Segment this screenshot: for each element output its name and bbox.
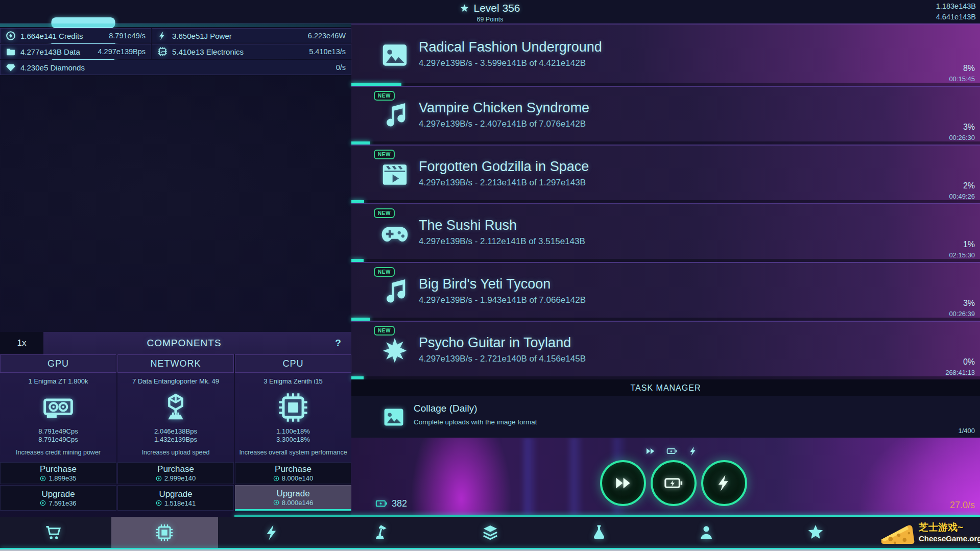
upload-title: Psycho Guitar in Toyland <box>419 335 586 351</box>
cpu-purchase-button[interactable]: Purchase 8.000e140 <box>235 462 351 484</box>
gpu-stat1: 8.791e49Cps <box>38 427 78 435</box>
network-purchase-cost: 2.999e140 <box>164 474 196 482</box>
nav-profile-tab[interactable] <box>697 523 715 542</box>
diamonds-amount: 4.230e5 Diamonds <box>20 63 85 72</box>
upload-row: NEW The Sushi Rush 4.297e139B/s - 2.112e… <box>351 203 980 262</box>
bottom-nav <box>0 517 980 548</box>
battery-boost-button[interactable] <box>651 460 697 506</box>
cpu-column-header: CPU <box>235 354 351 373</box>
nav-servers-tab[interactable] <box>481 523 499 542</box>
task-manager-header: TASK MANAGER <box>351 379 980 396</box>
upload-row: NEW Forgotten Godzilla in Space 4.297e13… <box>351 145 980 203</box>
power-rate: 6.223e46W <box>308 32 346 40</box>
upload-eta: 02:15:30 <box>949 251 975 259</box>
person-icon <box>697 523 715 542</box>
power-boost-button[interactable] <box>701 460 747 506</box>
nav-research-tab[interactable] <box>590 523 608 542</box>
components-help-button[interactable]: ? <box>325 332 351 354</box>
cpu-purchase-cost: 8.000e140 <box>282 474 313 482</box>
data-folder-icon <box>6 46 16 57</box>
bolt-icon <box>714 473 734 493</box>
credits-amount: 1.664e141 Credits <box>20 32 83 40</box>
components-body: 1 Enigma ZT 1.800k 8.791e49Cps8.791e49Cp… <box>0 373 351 462</box>
network-upgrade-cost: 1.518e141 <box>164 499 196 507</box>
battery-charge-icon <box>375 497 388 510</box>
credits-rate: 8.791e49/s <box>109 32 146 40</box>
new-badge: NEW <box>374 150 395 159</box>
coin-icon <box>156 500 162 506</box>
nav-components-tab[interactable] <box>155 523 174 542</box>
cpu-panel: 3 Enigma Zenith i15 1.100e18%3.300e18% I… <box>235 373 351 462</box>
network-desc: Increases upload speed <box>142 449 210 456</box>
gpu-column-header: GPU <box>0 354 116 373</box>
upload-percent: 2% <box>963 181 975 190</box>
coin-icon <box>273 499 279 506</box>
gpu-desc: Increases credit mining power <box>16 449 101 456</box>
coin-icon <box>40 475 46 482</box>
music-upload-icon <box>380 101 410 131</box>
nav-achievements-tab[interactable] <box>806 523 825 542</box>
network-purchase-button[interactable]: Purchase 2.999e140 <box>117 462 234 484</box>
upload-stats: 4.297e139B/s - 2.112e141B of 3.515e143B <box>419 236 585 247</box>
income-rate: 27.0/s <box>950 500 975 511</box>
battery-count: 382 <box>392 498 407 509</box>
fast-forward-boost-button[interactable] <box>600 460 646 506</box>
resource-diamonds: 4.230e5 Diamonds 0/s <box>0 60 351 75</box>
buy-multiplier-button[interactable]: 1x <box>0 332 43 354</box>
cheese-icon <box>880 521 917 547</box>
gpu-purchase-cost: 1.899e35 <box>49 474 76 482</box>
layers-icon <box>481 523 499 542</box>
new-badge: NEW <box>374 326 395 336</box>
electronics-rate: 5.410e13/s <box>309 47 346 56</box>
nav-power-tab[interactable] <box>263 523 281 542</box>
upload-title: Forgotten Godzilla in Space <box>419 159 589 175</box>
components-title: COMPONENTS <box>43 332 325 354</box>
storage-used: 1.183e143B <box>936 2 976 12</box>
cancel-upload-button[interactable] <box>962 210 973 222</box>
battery-charge-icon <box>664 473 683 493</box>
network-upgrade-button[interactable]: Upgrade 1.518e141 <box>117 485 234 511</box>
game-screen: Level 356 69 Points 1.183e143B 4.641e143… <box>0 0 980 551</box>
gpu-upgrade-button[interactable]: Upgrade 7.591e36 <box>0 485 116 511</box>
cheesegame-watermark[interactable]: 芝士游戏~ CheeseGame.org <box>876 518 980 548</box>
upload-stats: 4.297e139B/s - 2.407e141B of 7.076e142B <box>419 119 589 129</box>
upload-percent: 3% <box>963 123 975 132</box>
cpu-owned: 3 Enigma Zenith i15 <box>264 377 323 385</box>
cancel-upload-button[interactable] <box>962 152 973 163</box>
upload-row: Radical Fashion Underground 4.297e139B/s… <box>351 23 980 86</box>
upgrade-row: Upgrade 7.591e36 Upgrade 1.518e141 Upgra… <box>0 485 351 511</box>
gpu-icon <box>42 392 74 423</box>
upload-eta: 268:41:13 <box>945 369 975 376</box>
upload-stats: 4.297e139B/s - 2.721e140B of 4.156e145B <box>419 354 586 364</box>
resources-panel: 1.664e141 Credits 8.791e49/s 3.650e51J P… <box>0 28 351 76</box>
network-owned: 7 Data Entangloporter Mk. 49 <box>132 377 219 385</box>
network-stat2: 1.432e139Bps <box>154 436 197 443</box>
cancel-upload-button[interactable] <box>962 328 973 339</box>
uploads-list: Radical Fashion Underground 4.297e139B/s… <box>351 23 980 379</box>
diamond-icon <box>6 62 16 73</box>
level-display: Level 356 69 Points <box>0 2 980 23</box>
network-upgrade-label: Upgrade <box>159 489 192 499</box>
cancel-upload-button[interactable] <box>962 31 973 42</box>
network-column-header: NETWORK <box>117 354 234 373</box>
upload-row: NEW Vampire Chicken Syndrome 4.297e139B/… <box>351 86 980 145</box>
cpu-desc: Increases overall system performance <box>239 449 347 456</box>
watermark-cn-text: 芝士游戏~ <box>919 521 963 534</box>
bolt-icon <box>263 523 281 542</box>
cancel-upload-button[interactable] <box>962 269 973 280</box>
cpu-icon <box>277 392 309 423</box>
upload-title: Radical Fashion Underground <box>419 39 602 55</box>
cancel-upload-button[interactable] <box>962 93 973 104</box>
gpu-stat2: 8.791e49Cps <box>38 436 78 443</box>
nav-equipment-tab[interactable] <box>371 523 389 542</box>
upload-percent: 8% <box>963 64 975 73</box>
nav-shop-tab[interactable] <box>44 523 63 542</box>
gpu-upgrade-cost: 7.591e36 <box>49 499 76 507</box>
task-progress: 1/400 <box>958 427 975 435</box>
cpu-upgrade-button[interactable]: Upgrade 8.000e146 <box>235 485 351 511</box>
video-upload-icon <box>380 160 410 189</box>
gpu-purchase-button[interactable]: Purchase 1.899e35 <box>0 462 116 484</box>
upload-title: Vampire Chicken Syndrome <box>419 100 589 116</box>
cpu-stat1: 1.100e18% <box>276 427 310 435</box>
fast-forward-icon <box>645 446 656 457</box>
